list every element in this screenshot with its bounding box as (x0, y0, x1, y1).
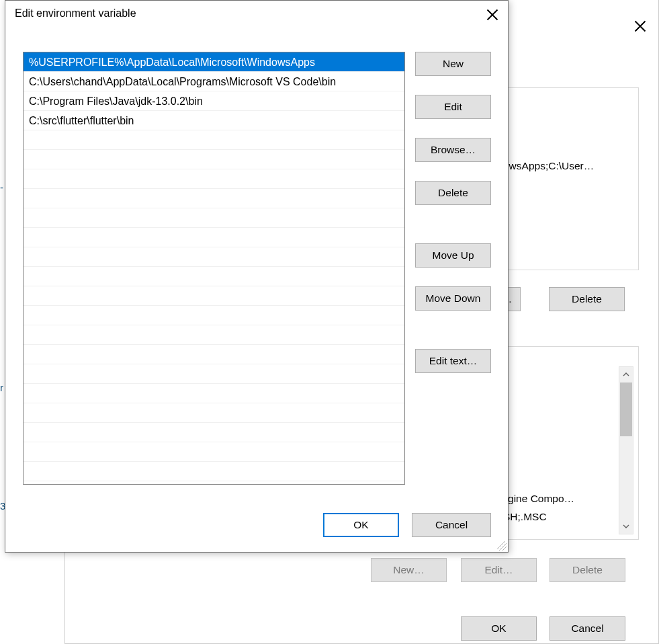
move-down-button[interactable]: Move Down (415, 286, 491, 311)
path-value-fragment: owsApps;C:\User… (503, 160, 638, 172)
cancel-button[interactable]: Cancel (412, 513, 491, 537)
system-vars-scrollbar[interactable] (619, 366, 633, 534)
path-entry-row[interactable] (24, 169, 404, 189)
path-entry-row[interactable] (24, 306, 404, 325)
path-entry-row[interactable] (24, 150, 404, 169)
path-entry-row[interactable] (24, 247, 404, 267)
new-button[interactable]: New (415, 52, 491, 76)
gutter-char: - (0, 182, 3, 193)
pathext-value-fragment: SH;.MSC (503, 511, 617, 523)
path-entry-row[interactable] (24, 130, 404, 150)
button-label: Edit (444, 101, 462, 113)
path-entry-row[interactable] (24, 403, 404, 423)
edit-system-var-button: Edit… (461, 558, 537, 582)
edit-button[interactable]: Edit (415, 95, 491, 119)
button-label: Move Up (432, 249, 474, 261)
delete-user-var-button[interactable]: Delete (549, 287, 625, 311)
ok-button[interactable]: OK (323, 513, 399, 537)
path-entry-row[interactable]: C:\Users\chand\AppData\Local\Programs\Mi… (24, 72, 404, 91)
path-entry-row[interactable]: C:\Program Files\Java\jdk-13.0.2\bin (24, 91, 404, 111)
bg-cancel-button[interactable]: Cancel (550, 616, 625, 641)
bg-ok-button[interactable]: OK (461, 616, 537, 641)
dialog-title: Edit environment variable (15, 7, 136, 19)
button-label: OK (491, 622, 506, 635)
gutter-char: r (0, 382, 3, 393)
path-entries-listbox[interactable]: %USERPROFILE%\AppData\Local\Microsoft\Wi… (23, 52, 405, 485)
button-label: OK (353, 519, 368, 531)
move-up-button[interactable]: Move Up (415, 243, 491, 268)
button-label: New (443, 58, 464, 70)
path-entry-row[interactable] (24, 364, 404, 384)
browse-button[interactable]: Browse… (415, 138, 491, 162)
button-label: Browse… (431, 144, 476, 156)
delete-button[interactable]: Delete (415, 181, 491, 205)
path-entry-row[interactable]: C:\src\flutter\flutter\bin (24, 111, 404, 130)
path-entry-row[interactable] (24, 442, 404, 462)
path-entry-row[interactable]: %USERPROFILE%\AppData\Local\Microsoft\Wi… (24, 52, 404, 72)
button-label: Edit text… (429, 355, 478, 367)
close-icon[interactable] (486, 9, 498, 21)
resize-grip-icon[interactable] (497, 541, 507, 551)
path-entry-row[interactable] (24, 286, 404, 306)
button-label: Delete (572, 293, 602, 305)
path-entry-row[interactable] (24, 423, 404, 442)
edit-env-variable-dialog: Edit environment variable %USERPROFILE%\… (5, 0, 509, 553)
button-label: Edit… (484, 564, 513, 576)
scroll-down-icon[interactable] (619, 519, 633, 534)
path-entry-row[interactable] (24, 345, 404, 364)
path-entry-row[interactable] (24, 189, 404, 208)
path-entry-row[interactable] (24, 267, 404, 286)
path-entry-row[interactable] (24, 208, 404, 228)
button-label: Move Down (426, 292, 481, 305)
button-label: Cancel (435, 519, 468, 531)
button-label: Delete (438, 187, 468, 199)
delete-system-var-button: Delete (550, 558, 625, 582)
new-system-var-button: New… (371, 558, 447, 582)
scroll-up-icon[interactable] (619, 367, 633, 382)
close-icon[interactable] (634, 20, 646, 32)
button-label: New… (393, 564, 425, 576)
path-entry-row[interactable] (24, 384, 404, 403)
path-entry-row[interactable] (24, 325, 404, 345)
button-label: Cancel (571, 622, 603, 635)
path-entry-row[interactable] (24, 462, 404, 481)
scroll-thumb[interactable] (620, 383, 632, 436)
button-label: Delete (572, 564, 603, 576)
system-var-value-fragment: it Engine Compo… (487, 493, 635, 505)
path-entry-row[interactable] (24, 228, 404, 247)
edit-text-button[interactable]: Edit text… (415, 349, 491, 373)
